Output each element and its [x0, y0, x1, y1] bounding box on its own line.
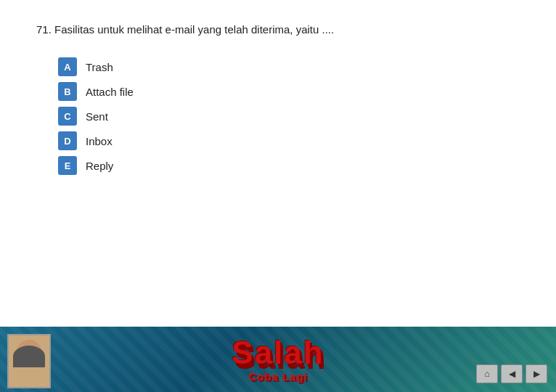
prev-button[interactable]: ◀	[501, 364, 523, 383]
option-item-d[interactable]: DInbox	[58, 131, 520, 150]
question-number: 71.	[36, 23, 52, 36]
option-badge-d: D	[58, 131, 77, 150]
option-item-c[interactable]: CSent	[58, 107, 520, 126]
option-item-b[interactable]: BAttach file	[58, 82, 520, 101]
avatar-head	[17, 340, 41, 364]
next-button[interactable]: ▶	[526, 364, 547, 383]
bottom-bar: Salah Salah Coba Lagi ⌂ ◀ ▶	[0, 327, 556, 392]
option-item-e[interactable]: EReply	[58, 156, 520, 175]
option-label-d: Inbox	[86, 135, 113, 147]
option-label-a: Trash	[86, 61, 113, 73]
main-content: 71. Fasilitas untuk melihat e-mail yang …	[0, 0, 556, 189]
options-list: ATrashBAttach fileCSentDInboxEReply	[58, 57, 520, 175]
option-badge-c: C	[58, 107, 77, 126]
option-badge-e: E	[58, 156, 77, 175]
question-body: Fasilitas untuk melihat e-mail yang tela…	[54, 23, 334, 36]
result-sub-text: Coba Lagi	[248, 370, 308, 383]
avatar	[7, 334, 51, 388]
option-badge-b: B	[58, 82, 77, 101]
question-text: 71. Fasilitas untuk melihat e-mail yang …	[36, 22, 520, 37]
result-main-text: Salah	[232, 335, 324, 370]
option-item-a[interactable]: ATrash	[58, 57, 520, 76]
option-label-b: Attach file	[86, 86, 134, 98]
nav-buttons: ⌂ ◀ ▶	[476, 364, 547, 383]
result-container: Salah Salah Coba Lagi	[232, 337, 324, 383]
option-label-c: Sent	[86, 110, 108, 123]
option-label-e: Reply	[86, 160, 113, 172]
option-badge-a: A	[58, 57, 77, 76]
home-button[interactable]: ⌂	[476, 364, 498, 383]
